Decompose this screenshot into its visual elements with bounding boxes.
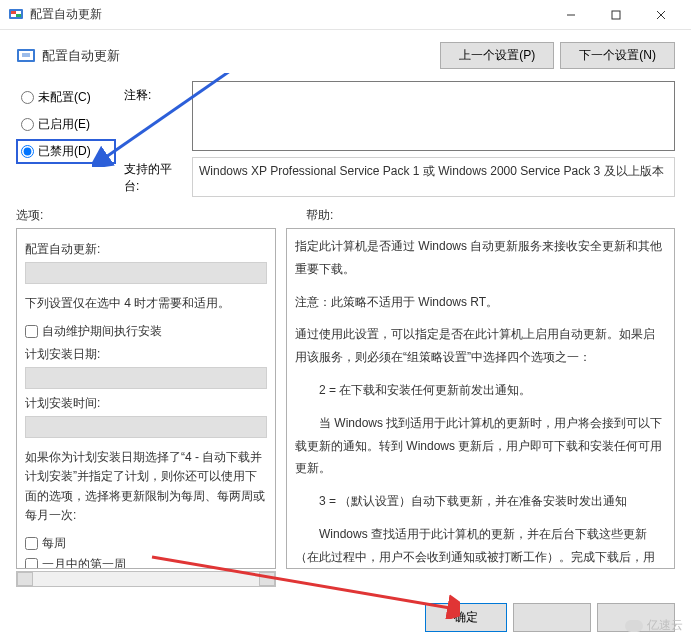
policy-icon (16, 46, 36, 66)
options-label: 选项: (16, 207, 306, 224)
cb-weekly-input[interactable] (25, 537, 38, 550)
cb-first-week-label: 一月中的第一周 (42, 556, 126, 569)
comment-label: 注释: (124, 81, 184, 151)
radio-enabled[interactable]: 已启用(E) (16, 112, 116, 137)
radio-disabled-input[interactable] (21, 145, 34, 158)
help-p5: 当 Windows 找到适用于此计算机的更新时，用户将会接到可以下载更新的通知。… (295, 412, 666, 480)
configure-update-label: 配置自动更新: (25, 241, 267, 258)
radio-enabled-input[interactable] (21, 118, 34, 131)
blank-button-1[interactable] (513, 603, 591, 632)
cb-weekly[interactable]: 每周 (25, 535, 267, 552)
cb-first-week-input[interactable] (25, 558, 38, 569)
page-title: 配置自动更新 (42, 47, 120, 65)
help-p3: 通过使用此设置，可以指定是否在此计算机上启用自动更新。如果启用该服务，则必须在“… (295, 323, 666, 369)
platform-label: 支持的平台: (124, 157, 184, 197)
close-button[interactable] (638, 0, 683, 30)
help-label: 帮助: (306, 207, 333, 224)
options-hscrollbar[interactable] (16, 571, 276, 587)
install-time-label: 计划安装时间: (25, 395, 267, 412)
maximize-button[interactable] (593, 0, 638, 30)
install-date-label: 计划安装日期: (25, 346, 267, 363)
platform-text: Windows XP Professional Service Pack 1 或… (192, 157, 675, 197)
blank-button-2[interactable] (597, 603, 675, 632)
cb-maintenance-label: 自动维护期间执行安装 (42, 323, 162, 340)
help-panel: 指定此计算机是否通过 Windows 自动更新服务来接收安全更新和其他重要下载。… (286, 228, 675, 569)
comment-input[interactable] (192, 81, 675, 151)
window-title: 配置自动更新 (30, 6, 102, 23)
app-icon (8, 7, 24, 23)
help-p1: 指定此计算机是否通过 Windows 自动更新服务来接收安全更新和其他重要下载。 (295, 235, 666, 281)
cb-maintenance-input[interactable] (25, 325, 38, 338)
options-panel: 配置自动更新: 下列设置仅在选中 4 时才需要和适用。 自动维护期间执行安装 计… (16, 228, 276, 569)
cb-weekly-label: 每周 (42, 535, 66, 552)
help-p4: 2 = 在下载和安装任何更新前发出通知。 (295, 379, 666, 402)
svg-rect-5 (612, 11, 620, 19)
configure-update-select[interactable] (25, 262, 267, 284)
previous-setting-button[interactable]: 上一个设置(P) (440, 42, 554, 69)
radio-not-configured[interactable]: 未配置(C) (16, 85, 116, 110)
svg-rect-2 (11, 11, 16, 14)
radio-not-configured-input[interactable] (21, 91, 34, 104)
help-p6: 3 = （默认设置）自动下载更新，并在准备安装时发出通知 (295, 490, 666, 513)
options-note-1: 下列设置仅在选中 4 时才需要和适用。 (25, 294, 267, 313)
svg-rect-3 (16, 14, 21, 17)
radio-not-configured-label: 未配置(C) (38, 89, 91, 106)
next-setting-button[interactable]: 下一个设置(N) (560, 42, 675, 69)
cb-first-week[interactable]: 一月中的第一周 (25, 556, 267, 569)
install-date-select[interactable] (25, 367, 267, 389)
radio-disabled-label: 已禁用(D) (38, 143, 91, 160)
minimize-button[interactable] (548, 0, 593, 30)
install-time-select[interactable] (25, 416, 267, 438)
help-p7: Windows 查找适用于此计算机的更新，并在后台下载这些更新（在此过程中，用户… (295, 523, 666, 569)
help-p2: 注意：此策略不适用于 Windows RT。 (295, 291, 666, 314)
cb-maintenance[interactable]: 自动维护期间执行安装 (25, 323, 267, 340)
ok-button[interactable]: 确定 (425, 603, 507, 632)
radio-enabled-label: 已启用(E) (38, 116, 90, 133)
radio-disabled[interactable]: 已禁用(D) (16, 139, 116, 164)
options-note-2: 如果你为计划安装日期选择了“4 - 自动下载并计划安装”并指定了计划，则你还可以… (25, 448, 267, 525)
